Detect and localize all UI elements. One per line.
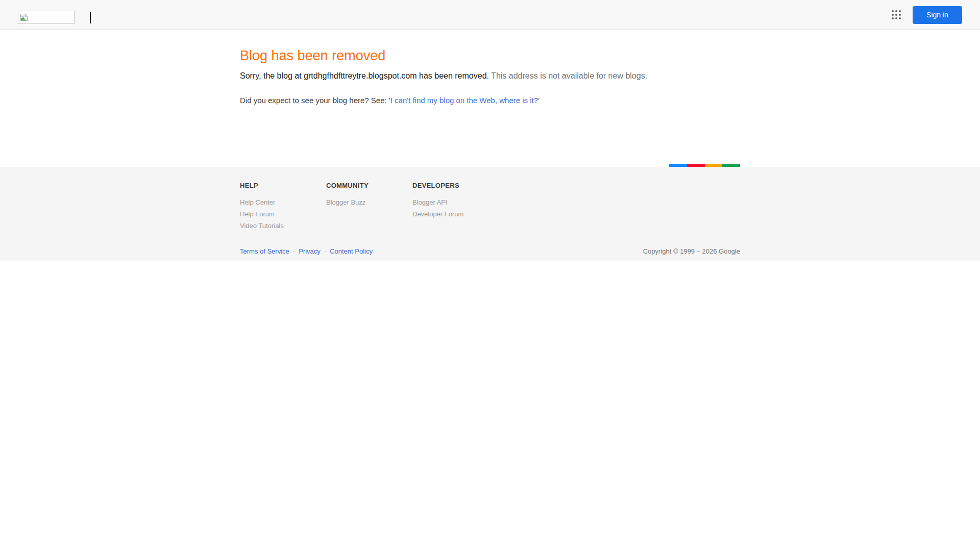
footer-link-video-tutorials[interactable]: Video Tutorials xyxy=(240,222,284,230)
rainbow-segment-blue xyxy=(669,164,687,167)
removal-message-secondary: This address is not available for new bl… xyxy=(491,71,647,80)
broken-image-icon xyxy=(20,13,28,21)
main-content: Blog has been removed Sorry, the blog at… xyxy=(0,30,980,167)
footer-link-blogger-buzz[interactable]: Blogger Buzz xyxy=(326,198,365,206)
privacy-link[interactable]: Privacy xyxy=(299,247,321,255)
header: Sign in xyxy=(0,0,980,30)
dot-separator: · xyxy=(324,247,326,255)
footer-column-help: HELP Help Center Help Forum Video Tutori… xyxy=(240,182,326,232)
footer-link-help-center[interactable]: Help Center xyxy=(240,198,275,206)
text-cursor xyxy=(90,12,91,23)
rainbow-bar xyxy=(669,164,740,167)
blogger-logo-link[interactable] xyxy=(18,11,75,24)
removal-message-primary: Sorry, the blog at grtdhgfhdfttreytre.bl… xyxy=(240,71,489,80)
legal-links: Terms of Service·Privacy·Content Policy xyxy=(240,247,373,255)
rainbow-segment-red xyxy=(687,164,705,167)
footer-legal-bar: Terms of Service·Privacy·Content Policy … xyxy=(0,241,980,261)
list-item: Help Forum xyxy=(240,208,326,220)
dot-separator: · xyxy=(293,247,295,255)
footer-link-blogger-api[interactable]: Blogger API xyxy=(412,198,448,206)
rainbow-segment-green xyxy=(722,164,740,167)
page-title: Blog has been removed xyxy=(240,48,740,63)
google-apps-icon[interactable] xyxy=(892,10,901,20)
cant-find-blog-link[interactable]: I can't find my blog on the Web, where i… xyxy=(390,96,538,105)
list-item: Help Center xyxy=(240,196,326,208)
footer-column-heading: HELP xyxy=(240,182,326,189)
header-actions: Sign in xyxy=(892,0,962,30)
content-policy-link[interactable]: Content Policy xyxy=(330,247,373,255)
rainbow-segment-orange xyxy=(705,164,723,167)
removal-message: Sorry, the blog at grtdhgfhdfttreytre.bl… xyxy=(240,70,740,81)
footer-link-help-forum[interactable]: Help Forum xyxy=(240,210,275,218)
footer-column-heading: DEVELOPERS xyxy=(412,182,499,189)
list-item: Blogger Buzz xyxy=(326,196,412,208)
list-item: Developer Forum xyxy=(412,208,499,220)
terms-of-service-link[interactable]: Terms of Service xyxy=(240,247,289,255)
footer: HELP Help Center Help Forum Video Tutori… xyxy=(0,167,980,241)
sign-in-button[interactable]: Sign in xyxy=(913,6,962,24)
help-question-suffix: ' xyxy=(538,96,540,105)
footer-column-developers: DEVELOPERS Blogger API Developer Forum xyxy=(412,182,499,232)
help-question: Did you expect to see your blog here? Se… xyxy=(240,95,740,106)
copyright-text: Copyright © 1999 – 2026 Google xyxy=(643,247,740,255)
footer-link-developer-forum[interactable]: Developer Forum xyxy=(412,210,463,218)
list-item: Blogger API xyxy=(412,196,499,208)
footer-column-heading: COMMUNITY xyxy=(326,182,412,189)
list-item: Video Tutorials xyxy=(240,220,326,232)
help-question-prefix: Did you expect to see your blog here? Se… xyxy=(240,96,390,105)
footer-column-community: COMMUNITY Blogger Buzz xyxy=(326,182,412,232)
